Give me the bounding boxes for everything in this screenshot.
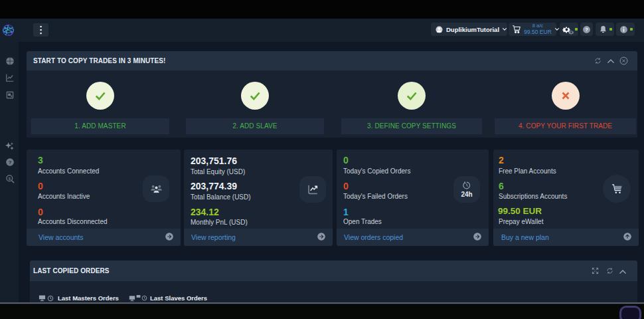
- svg-text:$: $: [9, 176, 11, 181]
- svg-text:?: ?: [585, 27, 588, 33]
- svg-text:?: ?: [9, 160, 12, 165]
